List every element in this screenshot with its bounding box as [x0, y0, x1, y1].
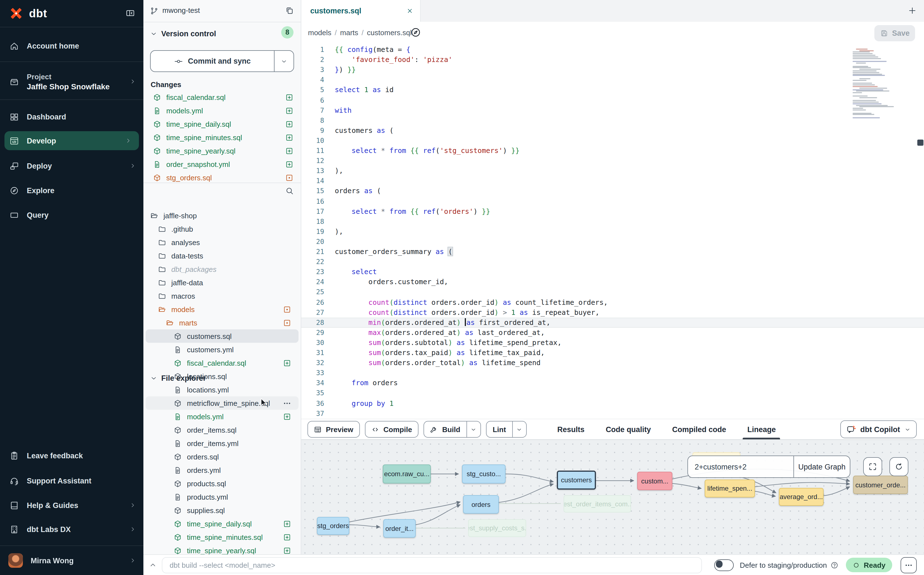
lineage-node-customer-orde[interactable]: customer_orde... — [853, 476, 908, 494]
tree-item-metricflow-time-spine-sql[interactable]: metricflow_time_spine.sql — [146, 396, 298, 410]
sidebar-item-project[interactable]: Project Jaffle Shop Snowflake — [0, 68, 143, 95]
tab-lineage[interactable]: Lineage — [747, 419, 776, 439]
changed-file-stg-orders-sql[interactable]: stg_orders.sql — [143, 171, 301, 183]
lineage-node-custom[interactable]: custom... — [637, 472, 672, 490]
tab-results[interactable]: Results — [558, 419, 585, 439]
sidebar-item-user[interactable]: Mirna Wong — [0, 551, 143, 569]
tree-item-data-tests[interactable]: data-tests — [146, 249, 298, 262]
breadcrumb-item[interactable]: models — [308, 29, 331, 37]
tree-item-github[interactable]: .github — [146, 222, 298, 235]
lineage-node-order-it[interactable]: order_it... — [384, 519, 416, 538]
tree-item-time-spine-minutes-sql[interactable]: time_spine_minutes.sql — [146, 531, 298, 544]
changed-file-fiscal-calendar-sql[interactable]: fiscal_calendar.sql — [143, 91, 301, 104]
sidebar-item-help-guides[interactable]: Help & Guides — [0, 496, 143, 515]
tree-item-time-spine-yearly-sql[interactable]: time_spine_yearly.sql — [146, 544, 298, 554]
tree-item-jaffle-shop[interactable]: jaffle-shop — [146, 209, 298, 222]
lineage-node-stg-orders[interactable]: stg_orders — [317, 517, 349, 535]
tab-compiled-code[interactable]: Compiled code — [672, 419, 726, 439]
tree-item-analyses[interactable]: analyses — [146, 235, 298, 249]
modified-dot-icon[interactable] — [283, 305, 291, 313]
compile-button[interactable]: Compile — [365, 421, 419, 438]
build-button[interactable]: Build — [424, 421, 481, 438]
sidebar-item-develop[interactable]: Develop — [5, 131, 139, 150]
new-tab-icon[interactable] — [908, 6, 917, 15]
chevron-up-icon[interactable] — [149, 561, 157, 569]
lineage-node-lifetime-spen[interactable]: lifetime_spen... — [705, 480, 755, 497]
tree-item-macros[interactable]: macros — [146, 289, 298, 303]
sidebar-item-query[interactable]: Query — [0, 206, 143, 223]
tree-item-locations-sql[interactable]: locations.sql — [146, 370, 298, 383]
tree-item-order-items-yml[interactable]: order_items.yml — [146, 437, 298, 450]
preview-button[interactable]: Preview — [307, 421, 360, 438]
breadcrumb-item[interactable]: customers.sql — [367, 29, 412, 37]
tree-item-fiscal-calendar-sql[interactable]: fiscal_calendar.sql — [146, 356, 298, 370]
tree-item-orders-yml[interactable]: orders.yml — [146, 463, 298, 477]
scrollbar-thumb[interactable] — [917, 140, 924, 146]
close-icon[interactable] — [406, 7, 414, 14]
stage-plus-icon[interactable] — [283, 412, 291, 421]
row-menu-icon[interactable] — [283, 399, 291, 407]
breadcrumb-item[interactable]: marts — [340, 29, 358, 37]
sidebar-item-account-home[interactable]: Account home — [0, 37, 143, 55]
lineage-node-ecom-raw-cu[interactable]: ecom.raw_cu... — [383, 464, 431, 483]
sidebar-item-leave-feedback[interactable]: Leave feedback — [0, 446, 143, 465]
tree-item-products-yml[interactable]: products.yml — [146, 490, 298, 504]
changed-file-time-spine-daily-sql[interactable]: time_spine_daily.sql — [143, 117, 301, 131]
save-button[interactable]: Save — [874, 25, 915, 41]
sidebar-item-dashboard[interactable]: Dashboard — [0, 108, 143, 125]
dbt-command-input[interactable]: dbt build --select <model_name> — [162, 557, 702, 573]
tree-item-models-yml[interactable]: models.yml — [146, 410, 298, 423]
lineage-search-input[interactable]: 2+customers+2 — [688, 456, 793, 477]
lineage-node-average-ord[interactable]: average_ord... — [779, 488, 824, 506]
changed-file-order-snapshot-yml[interactable]: order_snapshot.yml — [143, 157, 301, 171]
tree-item-orders-sql[interactable]: orders.sql — [146, 450, 298, 463]
tree-item-customers-sql[interactable]: customers.sql — [146, 329, 298, 343]
stage-plus-icon[interactable] — [283, 359, 291, 367]
model-health-compass-icon[interactable] — [410, 27, 421, 38]
modified-dot-icon[interactable] — [285, 173, 293, 182]
tree-item-models[interactable]: models — [146, 303, 298, 316]
refresh-button[interactable] — [889, 457, 908, 476]
tree-item-jaffle-data[interactable]: jaffle-data — [146, 276, 298, 289]
update-graph-button[interactable]: Update Graph — [794, 456, 850, 477]
stage-plus-icon[interactable] — [285, 120, 293, 128]
code-editor[interactable]: 1{{ config(meta = {2 'favorite_food': 'p… — [301, 44, 924, 419]
sidebar-item-support-assistant[interactable]: Support Assistant — [0, 471, 143, 490]
tree-item-time-spine-daily-sql[interactable]: time_spine_daily.sql — [146, 517, 298, 531]
commit-and-sync-button[interactable]: Commit and sync — [150, 50, 294, 72]
tree-item-locations-yml[interactable]: locations.yml — [146, 383, 298, 396]
stage-plus-icon[interactable] — [283, 546, 291, 554]
status-badge[interactable]: Ready — [846, 558, 892, 572]
version-control-header[interactable]: Version control — [150, 30, 216, 38]
more-options-button[interactable] — [900, 557, 917, 573]
tree-item-marts[interactable]: marts — [146, 316, 298, 329]
sidebar-item-dbt-labs-dx[interactable]: dbt Labs DX — [0, 520, 143, 539]
tree-item-customers-yml[interactable]: customers.yml — [146, 343, 298, 356]
tab-code-quality[interactable]: Code quality — [606, 419, 651, 439]
collapse-sidebar-icon[interactable] — [125, 8, 136, 18]
stage-plus-icon[interactable] — [285, 146, 293, 155]
lint-button[interactable]: Lint — [486, 421, 527, 438]
tree-item-products-sql[interactable]: products.sql — [146, 477, 298, 490]
tree-item-supplies-sql[interactable]: supplies.sql — [146, 504, 298, 517]
copy-icon[interactable] — [285, 6, 294, 15]
build-dropdown-button[interactable] — [466, 421, 480, 437]
stage-plus-icon[interactable] — [285, 106, 293, 115]
modified-dot-icon[interactable] — [283, 318, 291, 327]
file-explorer-header[interactable]: File explorer — [143, 185, 301, 201]
help-icon[interactable] — [830, 561, 838, 569]
dbt-copilot-button[interactable]: dbt Copilot — [840, 420, 917, 438]
stage-plus-icon[interactable] — [283, 519, 291, 528]
stage-plus-icon[interactable] — [283, 533, 291, 541]
tab-customers-sql[interactable]: customers.sql — [301, 0, 421, 22]
minimap[interactable] — [850, 47, 891, 119]
defer-toggle[interactable] — [714, 559, 734, 571]
commit-dropdown-button[interactable] — [274, 51, 293, 71]
lint-dropdown-button[interactable] — [512, 421, 526, 437]
stage-plus-icon[interactable] — [285, 133, 293, 141]
search-icon[interactable] — [285, 186, 294, 195]
sidebar-item-deploy[interactable]: Deploy — [0, 157, 143, 174]
tree-item-order-items-sql[interactable]: order_items.sql — [146, 423, 298, 437]
lineage-node-orders[interactable]: orders — [463, 495, 499, 514]
lineage-node-stg-custo[interactable]: stg_custo... — [462, 464, 506, 483]
